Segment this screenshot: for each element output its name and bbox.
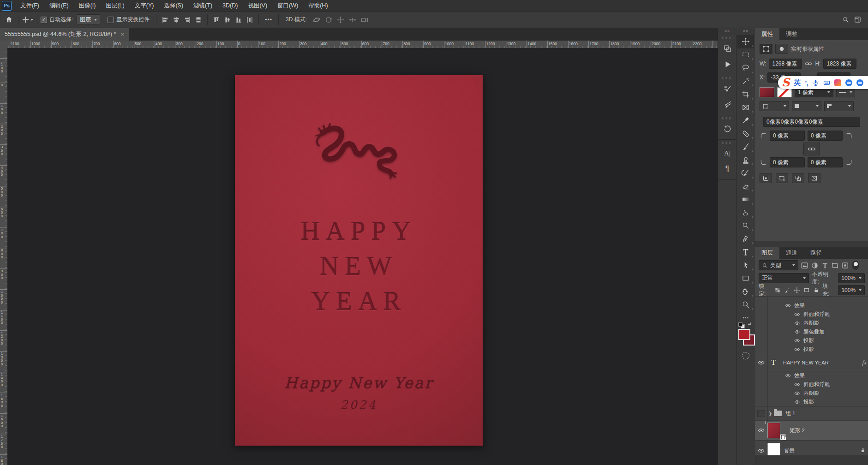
link-dimensions-icon[interactable] bbox=[805, 60, 812, 67]
search-icon[interactable] bbox=[839, 14, 851, 26]
horizontal-ruler[interactable]: 1100100090080070060050040030020010001002… bbox=[7, 41, 718, 48]
drag-handle[interactable] bbox=[722, 37, 732, 39]
dodge-tool[interactable] bbox=[737, 219, 754, 232]
ime-toolbar[interactable]: S 英 ’, bbox=[778, 76, 868, 89]
menu-item-9[interactable]: 窗口(W) bbox=[272, 0, 303, 11]
group-layer-row[interactable]: ❯组 1 bbox=[755, 406, 868, 420]
filter-toggle[interactable] bbox=[852, 261, 859, 270]
layer-effect-row[interactable]: 内阴影 bbox=[755, 319, 868, 328]
text-layer-row[interactable]: THAPPY NEW YEARfx bbox=[755, 354, 868, 371]
default-colors-icon[interactable]: ⇄ bbox=[738, 322, 752, 328]
character-panel-icon[interactable]: A| bbox=[718, 145, 736, 161]
layer-visibility-eye[interactable] bbox=[782, 374, 794, 378]
fx-badge[interactable]: fx bbox=[862, 359, 867, 366]
lock-pixels-icon[interactable] bbox=[784, 287, 790, 293]
menu-item-0[interactable]: 文件(F) bbox=[15, 0, 44, 11]
layer-effect-row[interactable]: 内阴影 bbox=[755, 389, 868, 398]
menu-item-5[interactable]: 选择(S) bbox=[159, 0, 188, 11]
more-align-options[interactable]: ••• bbox=[265, 17, 272, 23]
corner-tr-field[interactable]: 0 像素 bbox=[808, 131, 843, 141]
actions-panel-icon[interactable] bbox=[718, 56, 736, 72]
menu-item-7[interactable]: 3D(D) bbox=[217, 0, 243, 11]
slide-3d-icon[interactable] bbox=[348, 16, 357, 24]
paragraph-panel-icon[interactable]: ¶ bbox=[718, 161, 736, 177]
filter-shape-layers-icon[interactable] bbox=[831, 262, 839, 269]
layer-effect-row[interactable]: 斜面和浮雕 bbox=[755, 380, 868, 389]
brushes-panel-icon[interactable] bbox=[718, 96, 736, 112]
quick-mask-tool[interactable] bbox=[737, 349, 754, 363]
corner-br-field[interactable]: 0 像素 bbox=[808, 157, 843, 167]
tab-properties[interactable]: 属性 bbox=[755, 28, 779, 40]
menu-item-8[interactable]: 视图(V) bbox=[243, 0, 272, 11]
lasso-tool[interactable] bbox=[737, 61, 754, 75]
frame-tool[interactable] bbox=[737, 101, 754, 114]
align-bottom-icon[interactable] bbox=[235, 16, 242, 24]
healing-brush-tool[interactable] bbox=[737, 127, 754, 141]
photoshop-logo[interactable]: Ps bbox=[2, 1, 12, 11]
eraser-tool[interactable] bbox=[737, 180, 754, 193]
tab-layers[interactable]: 图层 bbox=[755, 247, 779, 259]
layer-effect-row[interactable]: 效果 bbox=[755, 301, 868, 310]
menu-item-3[interactable]: 图层(L) bbox=[101, 0, 129, 11]
shape-layer-row[interactable]: 矩形 2 bbox=[755, 420, 868, 441]
width-field[interactable]: 1268 像素 bbox=[769, 59, 802, 69]
vertical-ruler[interactable]: 1 0 001 0 02 0 03 0 04 0 05 0 06 0 07 0 … bbox=[0, 48, 8, 465]
layer-effect-row[interactable]: 效果 bbox=[755, 371, 868, 380]
link-corners-button[interactable] bbox=[803, 143, 820, 155]
drag-handle[interactable] bbox=[722, 117, 732, 119]
filter-pixel-layers-icon[interactable] bbox=[801, 262, 808, 269]
auto-select-target-dropdown[interactable]: 图层 bbox=[77, 14, 100, 25]
corner-bl-field[interactable]: 0 像素 bbox=[770, 157, 805, 167]
live-shape-icon[interactable] bbox=[760, 44, 772, 54]
lock-all-icon[interactable] bbox=[813, 287, 820, 293]
layer-effect-row[interactable]: 颜色叠加 bbox=[755, 328, 868, 336]
align-left-icon[interactable] bbox=[162, 16, 169, 24]
auto-select-checkbox[interactable]: ✓ bbox=[41, 17, 47, 23]
background-layer-row[interactable]: 背景 bbox=[755, 441, 868, 455]
ime-toolbox-icon[interactable] bbox=[856, 79, 863, 86]
menu-item-4[interactable]: 文字(Y) bbox=[130, 0, 159, 11]
tab-adjustments[interactable]: 调整 bbox=[779, 28, 804, 40]
layer-visibility-eye[interactable] bbox=[755, 360, 767, 365]
layer-visibility-eye[interactable] bbox=[755, 428, 767, 433]
rect-shape-tool[interactable] bbox=[737, 272, 754, 285]
layer-visibility-eye[interactable] bbox=[791, 382, 803, 387]
zoom-tool-tool[interactable] bbox=[737, 298, 754, 311]
tab-channels[interactable]: 通道 bbox=[779, 247, 804, 259]
expand-group-icon[interactable]: ❯ bbox=[768, 411, 772, 416]
path-select-tool[interactable] bbox=[737, 259, 754, 272]
ime-mic-icon[interactable] bbox=[812, 79, 819, 86]
roll-3d-icon[interactable] bbox=[324, 16, 333, 24]
stroke-align-dropdown[interactable] bbox=[760, 101, 789, 111]
brush-tool[interactable] bbox=[737, 140, 754, 154]
align-center-h-icon[interactable] bbox=[173, 16, 180, 24]
layer-visibility-eye[interactable] bbox=[791, 400, 803, 404]
artwork-card[interactable]: HAPPY NEW YEAR Happy New Year 2024 bbox=[235, 75, 483, 446]
pathop-union-icon[interactable] bbox=[760, 173, 772, 183]
corner-radius-summary-field[interactable]: 0像素0像素0像素0像素 bbox=[763, 117, 860, 127]
foreground-color-swatch[interactable] bbox=[738, 329, 750, 340]
stroke-cap-dropdown[interactable] bbox=[792, 101, 821, 111]
move-tool[interactable] bbox=[737, 35, 754, 48]
blend-mode-dropdown[interactable]: 正常 bbox=[759, 273, 809, 283]
filter-smart-objects-icon[interactable] bbox=[841, 262, 849, 269]
stroke-corner-dropdown[interactable] bbox=[824, 101, 854, 111]
close-tab-icon[interactable]: × bbox=[120, 31, 124, 38]
canvas-area[interactable]: HAPPY NEW YEAR Happy New Year 2024 bbox=[7, 48, 718, 465]
brush-settings-panel-icon[interactable] bbox=[718, 81, 736, 96]
layer-effect-row[interactable]: 斜面和浮雕 bbox=[755, 310, 868, 319]
layer-visibility-empty[interactable] bbox=[755, 410, 767, 417]
mask-mode-icon[interactable] bbox=[775, 44, 788, 54]
document-tab[interactable]: 55555555.psd @ 44.6% (矩形 2, RGB/8#) * × bbox=[0, 28, 129, 41]
align-right-icon[interactable] bbox=[184, 16, 191, 24]
layer-effect-row[interactable]: 投影 bbox=[755, 336, 868, 345]
menu-item-6[interactable]: 滤镜(T) bbox=[188, 0, 217, 11]
sogou-logo[interactable]: S bbox=[782, 77, 790, 88]
layer-visibility-eye[interactable] bbox=[791, 330, 803, 334]
pathop-exclude-icon[interactable] bbox=[808, 173, 820, 183]
clone-stamp-tool[interactable] bbox=[737, 154, 754, 167]
pen-tool[interactable] bbox=[737, 232, 754, 246]
move-tool-preset-icon[interactable] bbox=[22, 14, 34, 26]
layer-visibility-eye[interactable] bbox=[791, 347, 803, 352]
fill-color-swatch[interactable] bbox=[760, 87, 774, 97]
